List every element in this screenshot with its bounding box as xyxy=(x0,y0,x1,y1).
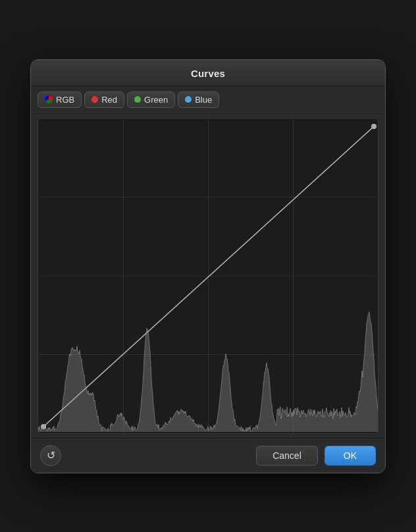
reset-button[interactable]: ↺ xyxy=(40,445,61,466)
cancel-button[interactable]: Cancel xyxy=(256,446,318,466)
curves-dialog: Curves RGB Red Green Blue xyxy=(30,59,386,473)
tab-red[interactable]: Red xyxy=(84,92,124,108)
tab-red-label: Red xyxy=(101,95,117,105)
ok-button[interactable]: OK xyxy=(325,446,376,466)
dialog-title: Curves xyxy=(41,68,375,79)
tab-blue[interactable]: Blue xyxy=(178,92,219,108)
footer: ↺ Cancel OK xyxy=(31,438,385,473)
curves-chart[interactable] xyxy=(38,118,378,434)
tab-green[interactable]: Green xyxy=(127,92,175,108)
curves-canvas[interactable] xyxy=(38,119,378,434)
blue-icon xyxy=(185,96,192,103)
tab-rgb-label: RGB xyxy=(56,95,74,105)
rgb-icon xyxy=(45,95,53,103)
footer-buttons: Cancel OK xyxy=(256,446,376,466)
green-icon xyxy=(134,96,141,103)
title-bar: Curves xyxy=(31,60,385,86)
red-icon xyxy=(91,96,98,103)
tab-blue-label: Blue xyxy=(195,95,212,105)
channel-tabs: RGB Red Green Blue xyxy=(31,86,385,114)
tab-rgb[interactable]: RGB xyxy=(38,92,82,108)
reset-icon: ↺ xyxy=(47,449,55,462)
tab-green-label: Green xyxy=(144,95,168,105)
